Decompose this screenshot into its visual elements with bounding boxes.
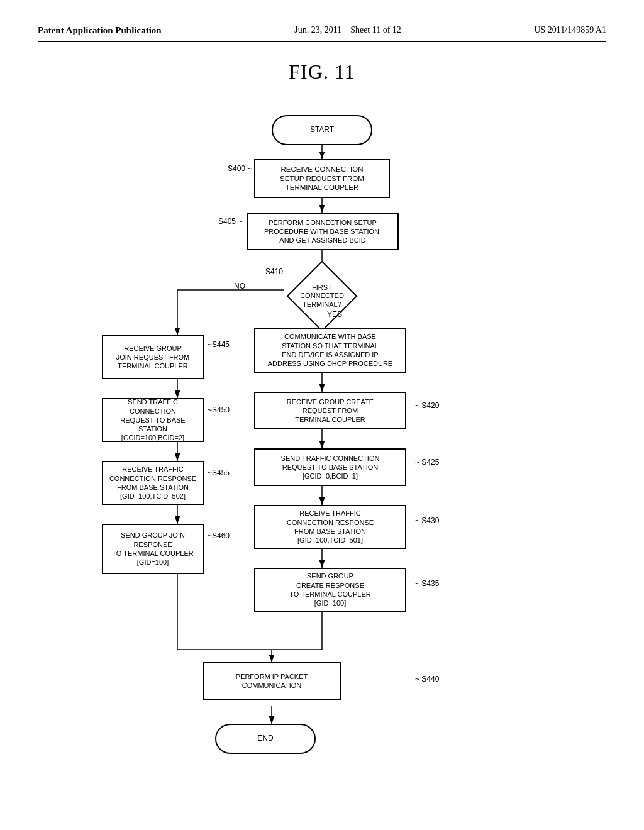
step-s435-label: ~ S435 <box>415 579 439 588</box>
start-terminal: START <box>272 115 372 145</box>
box-s460: SEND GROUP JOIN RESPONSE TO TERMINAL COU… <box>102 524 204 574</box>
step-s455-label: ~S455 <box>208 468 230 477</box>
box-s415: COMMUNICATE WITH BASE STATION SO THAT TE… <box>254 328 406 373</box>
box-s425: SEND TRAFFIC CONNECTION REQUEST TO BASE … <box>254 448 406 486</box>
box-s445: RECEIVE GROUP JOIN REQUEST FROM TERMINAL… <box>102 335 204 379</box>
step-s425-label: ~ S425 <box>415 458 439 467</box>
step-s405-label: S405 ~ <box>218 217 242 226</box>
box-s400: RECEIVE CONNECTION SETUP REQUEST FROM TE… <box>254 159 390 198</box>
box-s455: RECEIVE TRAFFIC CONNECTION RESPONSE FROM… <box>102 461 204 505</box>
header: Patent Application Publication Jun. 23, … <box>38 25 606 42</box>
step-s420-label: ~ S420 <box>415 401 439 410</box>
step-s440-label: ~ S440 <box>415 675 439 683</box>
box-s405: PERFORM CONNECTION SETUP PROCEDURE WITH … <box>247 213 399 250</box>
branch-yes-label: YES <box>327 310 342 319</box>
header-center: Jun. 23, 2011 Sheet 11 of 12 <box>294 25 401 35</box>
step-s460-label: ~S460 <box>208 531 230 540</box>
step-s410-label: S410 <box>265 267 283 276</box>
box-s435: SEND GROUP CREATE RESPONSE TO TERMINAL C… <box>254 568 406 612</box>
header-sheet: Sheet 11 of 12 <box>350 25 401 35</box>
figure-title: FIG. 11 <box>38 60 606 84</box>
step-s450-label: ~S450 <box>208 406 230 414</box>
step-s400-label: S400 ~ <box>228 164 252 173</box>
header-date: Jun. 23, 2011 <box>294 25 341 35</box>
flowchart: START S400 ~ RECEIVE CONNECTION SETUP RE… <box>52 109 592 788</box>
box-s450: SEND TRAFFIC CONNECTION REQUEST TO BASE … <box>102 398 204 442</box>
box-s430: RECEIVE TRAFFIC CONNECTION RESPONSE FROM… <box>254 505 406 549</box>
header-right: US 2011/149859 A1 <box>534 25 606 35</box>
end-terminal: END <box>215 724 316 754</box>
branch-no-label: NO <box>234 282 245 290</box>
step-s430-label: ~ S430 <box>415 516 439 525</box>
box-s440: PERFORM IP PACKET COMMUNICATION <box>203 662 341 700</box>
step-s445-label: ~S445 <box>208 340 230 349</box>
header-left: Patent Application Publication <box>38 25 162 36</box>
page: Patent Application Publication Jun. 23, … <box>0 0 644 830</box>
diamond-s410-text: FIRST CONNECTED TERMINAL? <box>284 277 360 315</box>
box-s420: RECEIVE GROUP CREATE REQUEST FROM TERMIN… <box>254 392 406 429</box>
